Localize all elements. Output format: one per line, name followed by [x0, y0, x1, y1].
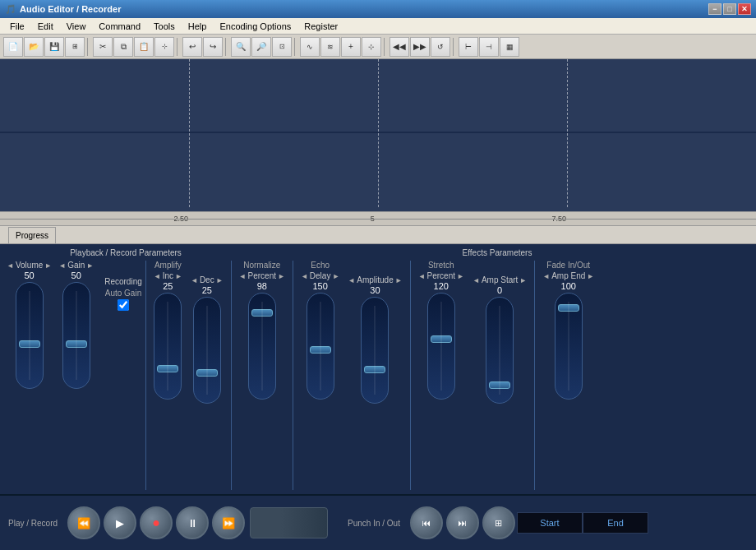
amplify-dec-right-arrow[interactable]: ►: [216, 276, 224, 284]
menu-encoding-options[interactable]: Encoding Options: [213, 20, 297, 33]
toolbar-zoom-out[interactable]: 🔎: [251, 37, 271, 57]
title-text: Audio Editor / Recorder: [20, 4, 121, 14]
volume-track[interactable]: [16, 282, 44, 389]
toolbar-wave2[interactable]: ≋: [320, 37, 340, 57]
toolbar-cut[interactable]: ✂: [93, 37, 113, 57]
stretch-percent-track[interactable]: [427, 293, 455, 400]
fade-ampend-track[interactable]: [555, 293, 583, 400]
volume-dec-arrow[interactable]: ◄: [7, 261, 14, 270]
fade-ampend-right-arrow[interactable]: ►: [587, 272, 594, 280]
close-button[interactable]: ✕: [738, 3, 751, 15]
punch-in-button[interactable]: ⏮: [410, 506, 443, 539]
normalize-thumb[interactable]: [251, 309, 273, 317]
echo-delay-right-arrow[interactable]: ►: [332, 272, 339, 280]
toolbar-zoom-in[interactable]: 🔍: [231, 37, 251, 57]
gain-dec-arrow[interactable]: ◄: [58, 261, 66, 270]
volume-inc-arrow[interactable]: ►: [44, 261, 52, 270]
amplify-inc-right-arrow[interactable]: ►: [175, 272, 182, 280]
menu-edit[interactable]: Edit: [31, 20, 60, 33]
toolbar-bars[interactable]: ▦: [500, 37, 519, 57]
toolbar: 📄 📂 💾 ⊞ ✂ ⧉ 📋 ⊹ ↩ ↪ 🔍 🔎 ⊡ ∿ ≋ + ⊹ ◀◀ ▶▶ …: [0, 35, 756, 59]
play-button[interactable]: ▶: [104, 506, 136, 539]
amplify-dec-track[interactable]: [193, 297, 221, 404]
minimize-button[interactable]: −: [708, 3, 721, 15]
toolbar-next[interactable]: ▶▶: [410, 37, 430, 57]
stretch-ampstart-fader: ◄ Amp Start ► 0: [472, 275, 527, 404]
echo-amplitude-thumb[interactable]: [364, 366, 385, 373]
amplify-dec-thumb[interactable]: [196, 369, 218, 377]
echo-delay-thumb[interactable]: [310, 346, 331, 354]
waveform-area[interactable]: [0, 59, 756, 211]
progress-tab[interactable]: Progress: [8, 227, 56, 243]
toolbar-prev[interactable]: ◀◀: [390, 37, 409, 57]
maximize-button[interactable]: □: [723, 3, 736, 15]
volume-thumb[interactable]: [19, 340, 40, 348]
toolbar-wave1[interactable]: ∿: [300, 37, 320, 57]
menu-help[interactable]: Help: [182, 20, 214, 33]
record-button[interactable]: ●: [140, 506, 173, 539]
stretch-ampstart-left-arrow[interactable]: ◄: [472, 276, 480, 284]
normalize-track[interactable]: [248, 293, 276, 400]
gain-thumb[interactable]: [66, 340, 87, 348]
menu-register[interactable]: Register: [297, 20, 344, 33]
toolbar-redo[interactable]: ↪: [203, 37, 223, 57]
echo-amp-left-arrow[interactable]: ◄: [348, 276, 355, 284]
rewind-button[interactable]: ⏪: [67, 506, 100, 539]
auto-gain-checkbox[interactable]: [118, 299, 129, 311]
fast-forward-button[interactable]: ⏩: [212, 506, 245, 539]
normalize-left-arrow[interactable]: ◄: [239, 272, 247, 280]
echo-amp-right-arrow[interactable]: ►: [395, 276, 403, 284]
progress-label: Progress: [16, 231, 48, 240]
punch-marker-button[interactable]: ⊞: [482, 506, 515, 539]
toolbar-select[interactable]: ⊹: [362, 37, 381, 57]
dashed-line-2: [378, 59, 379, 132]
amplify-inc-track[interactable]: [154, 293, 182, 400]
stretch-pct-left-arrow[interactable]: ◄: [418, 272, 426, 280]
toolbar-copy[interactable]: ⧉: [113, 37, 133, 57]
echo-amplitude-fader: ◄ Amplitude ► 30: [348, 275, 402, 404]
amplify-inc-thumb[interactable]: [157, 365, 178, 372]
menu-command[interactable]: Command: [92, 20, 147, 33]
stretch-ampstart-label: Amp Start: [482, 275, 518, 284]
position-slider[interactable]: [250, 507, 328, 538]
echo-amplitude-track[interactable]: [361, 297, 389, 404]
stretch-pct-right-arrow[interactable]: ►: [457, 272, 464, 280]
normalize-right-arrow[interactable]: ►: [278, 272, 285, 280]
toolbar-trim1[interactable]: ⊢: [459, 37, 478, 57]
amplify-dec-left-arrow[interactable]: ◄: [191, 276, 198, 284]
toolbar-trim2[interactable]: ⊣: [479, 37, 499, 57]
toolbar-zoom-fit[interactable]: ⊡: [272, 37, 292, 57]
stretch-ampstart-track[interactable]: [486, 297, 514, 404]
toolbar-save[interactable]: 💾: [44, 37, 64, 57]
echo-delay-track[interactable]: [307, 293, 334, 400]
stretch-ampstart-right-arrow[interactable]: ►: [519, 276, 527, 284]
toolbar-new[interactable]: 📄: [3, 37, 23, 57]
stretch-percent-thumb[interactable]: [431, 335, 452, 343]
fade-ampend-left-arrow[interactable]: ◄: [542, 272, 550, 280]
all-sliders: ◄ Volume ► 50 ◄ Gain ► 50: [7, 261, 749, 490]
gain-inc-arrow[interactable]: ►: [86, 261, 94, 270]
toolbar-marker[interactable]: +: [341, 37, 361, 57]
dashed-line-4: [189, 133, 190, 207]
menu-file[interactable]: File: [3, 20, 31, 33]
toolbar-open[interactable]: 📂: [24, 37, 44, 57]
toolbar-paste[interactable]: 📋: [134, 37, 154, 57]
punch-out-button[interactable]: ⏭: [446, 506, 479, 539]
stretch-percent-label-row: ◄ Percent ►: [418, 271, 464, 280]
amplify-inc-left-arrow[interactable]: ◄: [154, 272, 161, 280]
fade-ampend-thumb[interactable]: [558, 304, 579, 312]
echo-delay-left-arrow[interactable]: ◄: [301, 272, 308, 280]
menu-view[interactable]: View: [60, 20, 93, 33]
menubar: File Edit View Command Tools Help Encodi…: [0, 18, 756, 35]
punch-inout-label: Punch In / Out: [348, 519, 400, 528]
gain-track[interactable]: [62, 282, 90, 389]
stretch-ampstart-thumb[interactable]: [489, 381, 510, 389]
pause-button[interactable]: ⏸: [176, 506, 209, 539]
toolbar-extra[interactable]: ⊞: [65, 37, 85, 57]
menu-tools[interactable]: Tools: [147, 20, 182, 33]
dashed-line-3: [567, 59, 568, 132]
toolbar-paste2[interactable]: ⊹: [154, 37, 174, 57]
toolbar-loop[interactable]: ↺: [431, 37, 450, 57]
normalize-label: Percent: [248, 271, 276, 280]
toolbar-undo[interactable]: ↩: [182, 37, 202, 57]
